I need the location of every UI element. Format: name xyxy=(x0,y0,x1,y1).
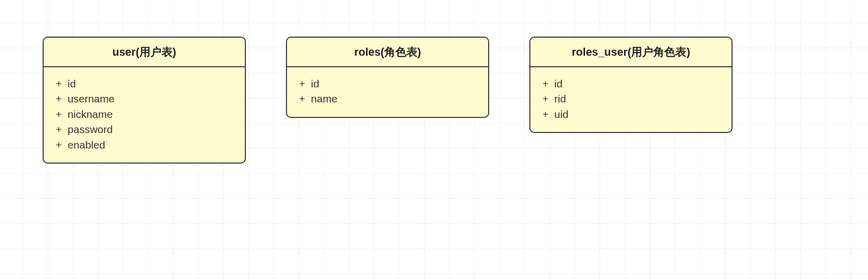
field-prefix: + xyxy=(542,91,551,106)
field-name: uid xyxy=(554,108,568,120)
field-row: + id xyxy=(542,76,719,91)
field-prefix: + xyxy=(56,122,65,137)
field-row: + rid xyxy=(542,91,719,106)
field-row: + id xyxy=(299,76,476,91)
field-prefix: + xyxy=(56,107,65,122)
field-name: id xyxy=(311,78,319,89)
entity-user: user(用户表) + id + username + nickname + p… xyxy=(43,37,246,164)
field-name: enabled xyxy=(68,139,105,151)
field-row: + nickname xyxy=(56,107,233,122)
field-row: + password xyxy=(56,122,233,137)
field-row: + enabled xyxy=(56,137,233,153)
entity-roles-user-title: roles_user(用户角色表) xyxy=(530,38,732,67)
field-name: nickname xyxy=(68,108,113,120)
field-prefix: + xyxy=(299,91,308,106)
entity-roles-user: roles_user(用户角色表) + id + rid + uid xyxy=(529,37,733,133)
field-row: + uid xyxy=(542,107,719,122)
entity-user-title: user(用户表) xyxy=(44,38,245,67)
field-name: rid xyxy=(554,93,566,104)
field-name: id xyxy=(68,78,76,89)
field-prefix: + xyxy=(542,76,551,91)
field-prefix: + xyxy=(299,76,308,91)
field-name: username xyxy=(68,93,114,104)
field-prefix: + xyxy=(56,91,65,106)
entity-user-fields: + id + username + nickname + password + … xyxy=(44,67,245,163)
entity-roles-title: roles(角色表) xyxy=(287,38,488,67)
field-name: name xyxy=(311,93,338,104)
entity-roles-user-fields: + id + rid + uid xyxy=(530,67,732,132)
field-row: + username xyxy=(56,91,233,106)
entity-roles-fields: + id + name xyxy=(287,67,488,117)
field-prefix: + xyxy=(56,137,65,153)
field-prefix: + xyxy=(56,76,65,91)
field-row: + name xyxy=(299,91,476,106)
field-name: id xyxy=(554,78,562,89)
field-prefix: + xyxy=(542,107,551,122)
entity-roles: roles(角色表) + id + name xyxy=(286,37,489,118)
field-name: password xyxy=(68,123,113,135)
field-row: + id xyxy=(56,76,233,91)
